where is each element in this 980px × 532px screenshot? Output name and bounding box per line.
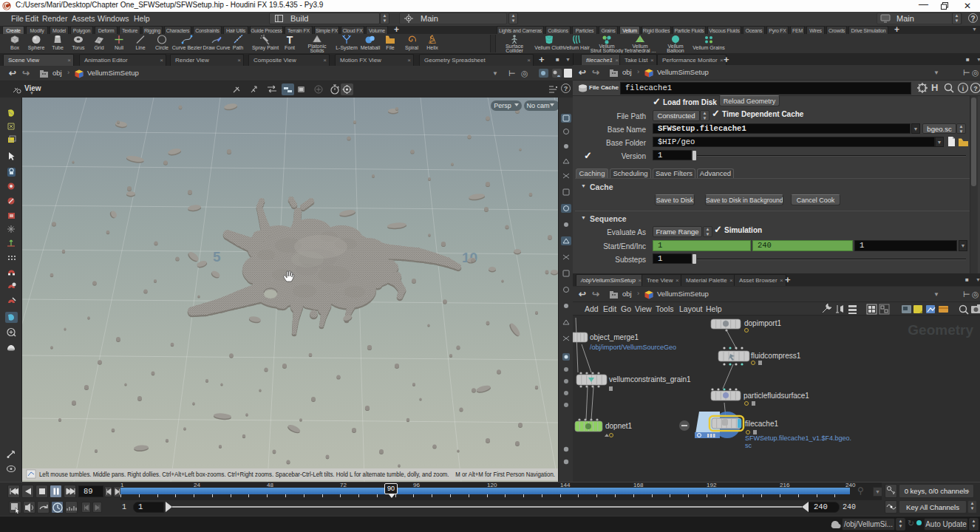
svg-text:vellumconstraints_grain1: vellumconstraints_grain1: [609, 375, 691, 383]
svg-text:Left mouse tumbles. Middle pan: Left mouse tumbles. Middle pans. Right d…: [39, 471, 555, 478]
svg-text:?: ?: [973, 85, 978, 92]
svg-text:dopnet1: dopnet1: [605, 422, 633, 430]
svg-text:sc: sc: [745, 442, 752, 449]
svg-text:dopimport1: dopimport1: [744, 319, 781, 327]
svg-text:filecache1: filecache1: [745, 420, 778, 428]
svg-text:particlefluidsurface1: particlefluidsurface1: [743, 392, 809, 400]
svg-text:5: 5: [213, 249, 221, 265]
svg-text:object_merge1: object_merge1: [590, 333, 639, 341]
svg-text:T: T: [287, 34, 293, 45]
svg-text:No cam: No cam: [526, 102, 549, 109]
svg-text:fluidcompress1: fluidcompress1: [751, 352, 801, 360]
svg-text:H: H: [931, 82, 938, 93]
svg-text:SFWSetup.filecache1_v1.$F4.bge: SFWSetup.filecache1_v1.$F4.bgeo.: [745, 434, 851, 442]
svg-text:Persp: Persp: [494, 102, 511, 109]
svg-text:Geometry: Geometry: [908, 322, 973, 338]
svg-text:/obj/import/VellumSourceGeo: /obj/import/VellumSourceGeo: [590, 344, 676, 351]
svg-text:i: i: [962, 85, 964, 92]
